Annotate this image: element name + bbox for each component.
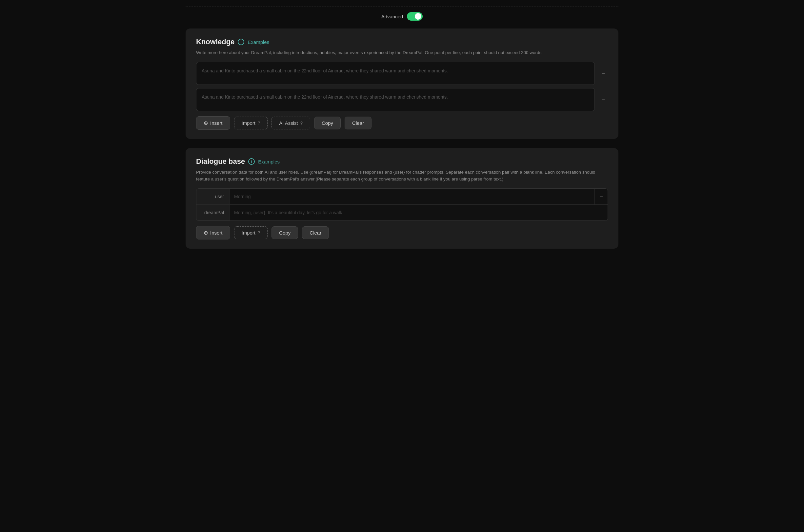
dialogue-dreampal-input[interactable]	[229, 205, 608, 221]
dialogue-clear-button[interactable]: Clear	[302, 226, 329, 239]
knowledge-remove-0[interactable]: −	[599, 69, 608, 78]
knowledge-remove-1[interactable]: −	[599, 95, 608, 104]
knowledge-input-0[interactable]	[196, 62, 595, 85]
dialogue-copy-button[interactable]: Copy	[272, 226, 298, 239]
knowledge-insert-button[interactable]: ⊕ Insert	[196, 116, 230, 130]
toggle-track[interactable]	[407, 12, 423, 21]
dialogue-description: Provide conversation data for both AI an…	[196, 169, 608, 183]
knowledge-section: Knowledge i Examples Write more here abo…	[186, 28, 618, 139]
dialogue-info-icon[interactable]: i	[248, 158, 255, 165]
toggle-thumb	[415, 13, 421, 20]
knowledge-import-button[interactable]: Import ?	[234, 117, 268, 129]
dialogue-import-question-icon: ?	[258, 230, 260, 235]
advanced-toggle[interactable]	[407, 12, 423, 21]
dialogue-grid: user − dreamPal	[196, 188, 608, 221]
knowledge-info-icon[interactable]: i	[238, 39, 244, 45]
dialogue-remove-block[interactable]: −	[595, 189, 608, 204]
dialogue-header: Dialogue base i Examples	[196, 157, 608, 166]
knowledge-copy-button[interactable]: Copy	[314, 117, 341, 129]
dialogue-title: Dialogue base	[196, 157, 245, 166]
dialogue-import-button[interactable]: Import ?	[234, 226, 268, 239]
dialogue-user-label: user	[196, 189, 229, 204]
import-question-icon: ?	[258, 120, 260, 126]
dialogue-action-row: ⊕ Insert Import ? Copy Clear	[196, 226, 608, 240]
ai-assist-question-icon: ?	[300, 120, 303, 126]
knowledge-description: Write more here about your DreamPal, inc…	[196, 50, 608, 56]
dialogue-user-input[interactable]	[229, 189, 595, 204]
knowledge-action-row: ⊕ Insert Import ? AI Assist ? Copy Clear	[196, 116, 608, 130]
knowledge-ai-assist-button[interactable]: AI Assist ?	[272, 117, 310, 129]
dialogue-plus-icon: ⊕	[204, 230, 208, 236]
advanced-label: Advanced	[381, 14, 403, 19]
knowledge-input-row-1: −	[196, 88, 608, 111]
dialogue-row-dreampal: dreamPal	[196, 205, 608, 221]
dialogue-block: user − dreamPal	[196, 188, 608, 221]
dialogue-section: Dialogue base i Examples Provide convers…	[186, 148, 618, 249]
advanced-section: Advanced	[186, 6, 618, 28]
knowledge-input-1[interactable]	[196, 88, 595, 111]
knowledge-header: Knowledge i Examples	[196, 38, 608, 46]
dialogue-examples-link[interactable]: Examples	[258, 159, 280, 165]
knowledge-examples-link[interactable]: Examples	[248, 39, 269, 45]
dialogue-dreampal-label: dreamPal	[196, 205, 229, 221]
dialogue-row-user: user −	[196, 189, 608, 205]
dialogue-insert-button[interactable]: ⊕ Insert	[196, 226, 230, 240]
knowledge-input-row-0: −	[196, 62, 608, 85]
plus-icon: ⊕	[204, 120, 208, 126]
knowledge-title: Knowledge	[196, 38, 235, 46]
knowledge-clear-button[interactable]: Clear	[345, 117, 371, 129]
